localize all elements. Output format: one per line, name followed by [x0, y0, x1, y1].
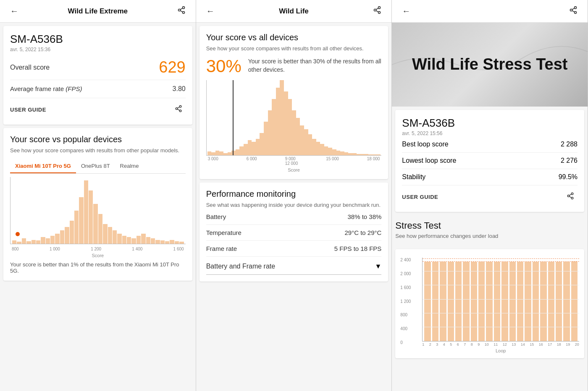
- loop-chart: [422, 258, 579, 341]
- perf-desc: See what was happening inside your devic…: [206, 201, 382, 209]
- panel-content-1: SM-A536B avr. 5, 2022 15:36 Overall scor…: [0, 23, 196, 391]
- stability-label: Stability: [402, 173, 425, 181]
- battery-label: Battery: [206, 213, 226, 220]
- svg-point-1: [178, 9, 180, 11]
- svg-point-5: [179, 106, 181, 108]
- framerate-label: Frame rate: [206, 245, 237, 252]
- framerate-value: 5 FPS to 18 FPS: [334, 245, 382, 252]
- x-label-18000: 18 000: [367, 156, 380, 166]
- user-guide-label-1: USER GUIDE: [10, 107, 46, 113]
- best-loop-row: Best loop score 2 288: [402, 136, 578, 153]
- back-button-2[interactable]: ←: [203, 5, 218, 18]
- stress-section-desc: See how performance changes under load: [395, 233, 584, 239]
- x-label-9000: 9 00012 000: [285, 156, 298, 166]
- stress-section-title: Stress Test: [395, 220, 584, 231]
- popular-chart-bars: [10, 177, 186, 244]
- reference-line: [423, 258, 579, 259]
- stability-value: 99.5%: [559, 173, 578, 181]
- popular-desc: See how your score compares with results…: [10, 147, 186, 154]
- loop-x-16: 16: [539, 342, 543, 347]
- loop-bar-16: [540, 262, 546, 341]
- top-bar-2: ← Wild Life: [196, 0, 392, 23]
- temperature-row: Temperature 29°C to 29°C: [206, 225, 382, 241]
- loop-x-6: 6: [457, 342, 459, 347]
- fps-row: Average frame rate (FPS) 3.80: [10, 80, 186, 98]
- loop-bar-14: [525, 262, 531, 341]
- svg-point-6: [176, 108, 178, 110]
- lowest-loop-label: Lowest loop score: [402, 157, 456, 164]
- x-label-1000: 1 000: [50, 247, 60, 251]
- back-button-1[interactable]: ←: [7, 5, 22, 18]
- overall-score-row: Overall score 629: [10, 52, 186, 80]
- dist-x-title: Score: [206, 167, 382, 172]
- tab-realme[interactable]: Realme: [115, 159, 144, 173]
- framerate-row: Frame rate 5 FPS to 18 FPS: [206, 241, 382, 257]
- loop-x-axis-title: Loop: [422, 348, 579, 353]
- loop-bar-5: [455, 262, 462, 341]
- panel-wild-life: ← Wild Life Your score vs all devices Se…: [196, 0, 392, 391]
- device-name-1: SM-A536B: [10, 33, 186, 46]
- tab-xiaomi[interactable]: Xiaomi Mi 10T Pro 5G: [10, 159, 76, 173]
- user-guide-row-3: USER GUIDE: [402, 185, 578, 205]
- loop-x-4: 4: [443, 342, 445, 347]
- svg-point-15: [575, 7, 577, 9]
- hero-title: Wild Life Stress Test: [412, 55, 568, 74]
- percent-row: 30% Your score is better than 30% of the…: [206, 57, 382, 75]
- chart-x-labels-1: 800 1 000 1 200 1 400 1 600: [10, 246, 186, 252]
- loop-x-5: 5: [450, 342, 452, 347]
- stress-test-section: Stress Test See how performance changes …: [392, 215, 588, 244]
- x-label-1600: 1 600: [173, 247, 184, 251]
- loop-bar-10: [494, 262, 500, 341]
- battery-row: Battery 38% to 38%: [206, 209, 382, 225]
- loop-bar-4: [448, 262, 454, 341]
- percent-value: 30%: [206, 57, 242, 75]
- loop-bar-6: [463, 262, 469, 341]
- share-button-2[interactable]: [370, 4, 385, 18]
- popular-title: Your score vs popular devices: [10, 135, 186, 144]
- svg-point-7: [179, 110, 181, 112]
- svg-point-10: [378, 7, 381, 9]
- share-button-3[interactable]: [566, 4, 581, 18]
- loop-bar-17: [548, 262, 554, 341]
- overall-score-value: 629: [159, 58, 185, 76]
- loop-bar-12: [509, 262, 516, 341]
- user-guide-row-1: USER GUIDE: [10, 98, 186, 118]
- top-bar-3: ←: [392, 0, 588, 23]
- back-button-3[interactable]: ←: [399, 5, 414, 18]
- loop-bar-3: [440, 262, 446, 341]
- loop-x-18: 18: [557, 342, 561, 347]
- y-label-2400: 2 400: [400, 258, 420, 262]
- best-loop-value: 2 288: [561, 141, 578, 148]
- score-card-1: SM-A536B avr. 5, 2022 15:36 Overall scor…: [3, 26, 192, 125]
- user-guide-share-3[interactable]: [563, 190, 578, 203]
- x-label-1200: 1 200: [91, 247, 101, 251]
- loop-x-1: 1: [422, 342, 424, 347]
- stress-device-date: avr. 5, 2022 15:56: [402, 130, 578, 136]
- panel-title-2: Wild Life: [279, 7, 309, 16]
- svg-point-20: [571, 193, 573, 195]
- loop-x-13: 13: [512, 342, 516, 347]
- temperature-value: 29°C to 29°C: [344, 229, 381, 236]
- best-loop-label: Best loop score: [402, 141, 448, 148]
- loop-x-12: 12: [503, 342, 507, 347]
- loop-x-3: 3: [436, 342, 438, 347]
- dropdown-label: Battery and Frame rate: [206, 263, 276, 270]
- perf-title: Performance monitoring: [206, 189, 382, 199]
- svg-line-24: [569, 194, 571, 196]
- hero-background: Wild Life Stress Test: [392, 23, 588, 107]
- x-label-3000: 3 000: [208, 156, 218, 166]
- share-button-1[interactable]: [174, 4, 189, 18]
- vs-all-desc: See how your score compares with results…: [206, 45, 382, 52]
- tab-oneplus[interactable]: OnePlus 8T: [76, 159, 115, 173]
- user-guide-share-1[interactable]: [171, 103, 186, 116]
- fps-label: Average frame rate (FPS): [10, 85, 82, 93]
- dist-vertical-line: [233, 80, 234, 155]
- y-label-2000: 2 000: [400, 271, 420, 276]
- x-label-15000: 15 000: [326, 156, 339, 166]
- dist-chart: [206, 80, 382, 156]
- loop-bar-9: [486, 262, 492, 341]
- loop-x-15: 15: [530, 342, 534, 347]
- svg-point-12: [378, 11, 381, 13]
- battery-framerate-dropdown[interactable]: Battery and Frame rate ▼: [206, 257, 382, 275]
- vs-all-title: Your score vs all devices: [206, 33, 382, 42]
